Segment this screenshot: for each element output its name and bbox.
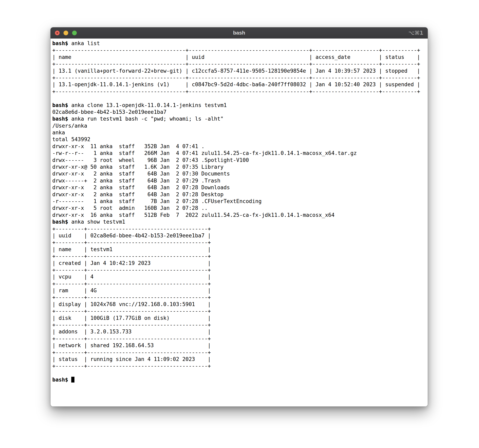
window-shortcut-badge: ⌥⌘1 bbox=[408, 27, 423, 38]
terminal-line: bash$ anka show testvm1 bbox=[52, 218, 428, 225]
zoom-button[interactable] bbox=[72, 31, 77, 35]
terminal-line: 02ca8e6d-bbee-4b42-b153-2e019eee1ba7 bbox=[52, 109, 428, 115]
title-bar[interactable]: bash ⌥⌘1 bbox=[51, 27, 428, 39]
terminal-line: +---------------------------------------… bbox=[52, 47, 428, 53]
terminal-line: | vcpu | 4 | bbox=[52, 273, 428, 280]
terminal-line: drwxr-xr-x 11 anka staff 352B Jan 4 07:4… bbox=[52, 143, 428, 150]
terminal-line: drwxr-xr-x 16 anka staff 512B Feb 7 2022… bbox=[52, 212, 428, 218]
terminal-line: | disk | 100GiB (17.77GiB on disk) | bbox=[52, 315, 428, 321]
terminal-line: | display | 1024x768 vnc://192.168.0.103… bbox=[52, 301, 428, 308]
terminal-line: | uuid | 02ca8e6d-bbee-4b42-b153-2e019ee… bbox=[52, 232, 428, 239]
terminal-line: +---------------------------------------… bbox=[52, 74, 428, 81]
terminal-line bbox=[52, 369, 428, 376]
terminal-line: total 543992 bbox=[52, 136, 428, 143]
terminal-line: drwxr-xr-x 2 anka staff 64B Jan 2 07:28 … bbox=[52, 191, 428, 198]
shell-prompt: bash$ bbox=[52, 116, 68, 122]
terminal-line: +---------+-----------------------------… bbox=[52, 267, 428, 273]
terminal-line: +---------------------------------------… bbox=[52, 60, 428, 67]
terminal-cursor bbox=[71, 377, 74, 382]
terminal-output[interactable]: bash$ anka list+------------------------… bbox=[51, 39, 428, 407]
terminal-line: bash$ anka list bbox=[52, 40, 428, 47]
terminal-line: +---------+-----------------------------… bbox=[52, 280, 428, 287]
terminal-line: -r-------- 1 anka staff 7B Jan 2 07:28 .… bbox=[52, 198, 428, 205]
terminal-line: | network | shared 192.168.64.53 | bbox=[52, 342, 428, 349]
terminal-line: +---------+-----------------------------… bbox=[52, 335, 428, 342]
terminal-line: bash$ bbox=[52, 376, 428, 383]
terminal-line: +---------+-----------------------------… bbox=[52, 349, 428, 356]
terminal-line: | 13.1-openjdk-11.0.14.1-jenkins (v1) | … bbox=[52, 81, 428, 88]
terminal-line: bash$ anka clone 13.1-openjdk-11.0.14.1-… bbox=[52, 102, 428, 109]
terminal-line: +---------+-----------------------------… bbox=[52, 253, 428, 260]
terminal-line: | ram | 4G | bbox=[52, 287, 428, 294]
terminal-line: drwxr-xr-x 2 anka staff 64B Jan 2 07:28 … bbox=[52, 184, 428, 191]
shell-prompt: bash$ bbox=[52, 219, 68, 225]
terminal-line bbox=[52, 95, 428, 102]
terminal-line: | status | running since Jan 4 11:09:02 … bbox=[52, 356, 428, 362]
terminal-line: -rw-r--r-- 1 anka staff 266M Jan 4 07:41… bbox=[52, 150, 428, 156]
terminal-line: | name | uuid | access_date | status | bbox=[52, 54, 428, 60]
terminal-line: | addons | 3.2.0.153.733 | bbox=[52, 328, 428, 335]
terminal-line: | created | Jan 4 10:42:19 2023 | bbox=[52, 260, 428, 267]
close-button[interactable] bbox=[55, 31, 60, 35]
terminal-line: bash$ anka run testvm1 bash -c "pwd; who… bbox=[52, 115, 428, 122]
terminal-line: +---------+-----------------------------… bbox=[52, 362, 428, 369]
traffic-lights bbox=[51, 31, 77, 35]
terminal-line: | name | testvm1 | bbox=[52, 246, 428, 253]
terminal-window: bash ⌥⌘1 bash$ anka list+---------------… bbox=[51, 27, 428, 407]
terminal-line: drwx------ 3 root wheel 96B Jan 2 07:43 … bbox=[52, 157, 428, 163]
terminal-line: +---------+-----------------------------… bbox=[52, 321, 428, 328]
shell-prompt: bash$ bbox=[52, 40, 68, 46]
window-title: bash bbox=[51, 30, 428, 36]
terminal-line: +---------+-----------------------------… bbox=[52, 294, 428, 301]
terminal-line: drwx------+ 2 anka staff 64B Jan 2 07:29… bbox=[52, 177, 428, 184]
terminal-line: drwxr-xr-x 2 anka staff 64B Jan 2 07:30 … bbox=[52, 170, 428, 177]
shell-prompt: bash$ bbox=[52, 376, 68, 383]
terminal-line: anka bbox=[52, 129, 428, 136]
terminal-line: +---------+-----------------------------… bbox=[52, 308, 428, 314]
shell-prompt: bash$ bbox=[52, 102, 68, 108]
terminal-line: +---------+-----------------------------… bbox=[52, 239, 428, 246]
terminal-line: /Users/anka bbox=[52, 122, 428, 129]
terminal-line: +---------------------------------------… bbox=[52, 88, 428, 95]
minimize-button[interactable] bbox=[63, 31, 68, 35]
terminal-line: drwxr-xr-x 5 root admin 160B Jan 2 07:28… bbox=[52, 205, 428, 211]
terminal-line: | 13.1 (vanilla+port-forward-22+brew-git… bbox=[52, 67, 428, 74]
terminal-line: drwxr-xr-x@ 50 anka staff 1.6K Jan 2 07:… bbox=[52, 163, 428, 170]
terminal-line: +---------+-----------------------------… bbox=[52, 225, 428, 232]
